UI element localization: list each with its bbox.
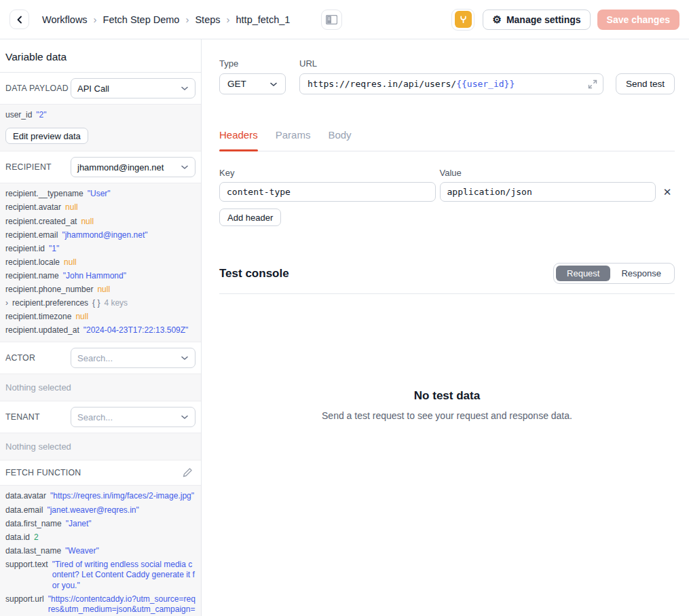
console-divider: [219, 293, 675, 294]
kv-value: "https://contentcaddy.io?utm_source=reqr…: [48, 594, 195, 616]
kv-value: 2: [34, 532, 195, 543]
http-method-value: GET: [227, 79, 246, 89]
kv-row: recipient.phone_number null: [0, 283, 201, 297]
kv-row: recipient.email "jhammond@ingen.net": [0, 228, 201, 242]
kv-row: recipient.created_at null: [0, 215, 201, 228]
breadcrumb-separator: ›: [227, 14, 230, 25]
recipient-selected-value: jhammond@ingen.net: [77, 162, 164, 173]
tab-params[interactable]: Params: [276, 129, 311, 151]
url-label: URL: [299, 58, 603, 69]
chevron-down-icon: [181, 86, 189, 91]
kv-row: data.last_name "Weaver": [0, 545, 201, 558]
chevron-down-icon: [181, 164, 189, 170]
url-variable-token: {{user_id}}: [456, 79, 515, 89]
test-console-header: Test console Request Response: [219, 263, 675, 284]
kv-row: recipient.name "John Hammond": [0, 270, 201, 283]
kv-row: data.id 2: [0, 530, 201, 544]
kv-key: data.id: [5, 532, 30, 543]
breadcrumb: Workflows › Fetch Step Demo › Steps › ht…: [42, 14, 290, 25]
tenant-label: TENANT: [5, 412, 40, 422]
tenant-search-select[interactable]: Search...: [71, 407, 195, 427]
empty-state-title: No test data: [219, 389, 675, 403]
http-method-select[interactable]: GET: [219, 73, 286, 94]
expand-icon[interactable]: [588, 79, 597, 89]
publish-status-button[interactable]: [451, 9, 474, 31]
kv-value: "2024-04-23T17:22:13.509Z": [83, 325, 195, 336]
kv-row: recipient.updated_at "2024-04-23T17:22:1…: [0, 324, 201, 338]
tab-body[interactable]: Body: [328, 129, 351, 151]
kv-key: recipient.avatar: [5, 202, 61, 213]
save-changes-button[interactable]: Save changes: [597, 10, 679, 30]
key-column-label: Key: [219, 168, 436, 178]
manage-settings-button[interactable]: ⚙ Manage settings: [483, 10, 590, 30]
chevron-left-icon: [15, 15, 24, 24]
remove-header-button[interactable]: ✕: [660, 185, 675, 198]
top-bar: Workflows › Fetch Step Demo › Steps › ht…: [0, 0, 689, 39]
url-input[interactable]: https://reqres.in/api/users/{{user_id}}: [299, 73, 603, 94]
kv-key: recipient.created_at: [5, 217, 77, 228]
fetch-function-section-header: FETCH FUNCTION: [0, 460, 201, 485]
recipient-select[interactable]: jhammond@ingen.net: [71, 157, 195, 177]
kv-key: support.url: [5, 594, 44, 616]
url-text: https://reqres.in/api/users/: [308, 79, 456, 89]
kv-key: recipient.locale: [5, 257, 60, 268]
kv-key: recipient.phone_number: [5, 285, 93, 295]
tenant-section-header: TENANT Search...: [0, 401, 201, 433]
header-key-input[interactable]: [219, 182, 436, 202]
value-column-label: Value: [440, 168, 656, 178]
actor-search-select[interactable]: Search...: [71, 348, 195, 368]
tab-headers[interactable]: Headers: [219, 129, 258, 151]
actor-section-header: ACTOR Search...: [0, 342, 201, 374]
actor-search-placeholder: Search...: [77, 353, 113, 363]
data-payload-select[interactable]: API Call: [71, 78, 195, 98]
sidebar-layout-icon: [326, 15, 337, 24]
request-config-row: Type GET URL https://reqres.in/api/users…: [219, 58, 675, 94]
recipient-label: RECIPIENT: [5, 162, 52, 172]
data-payload-label: DATA PAYLOAD: [5, 84, 69, 93]
toggle-response[interactable]: Response: [610, 266, 672, 281]
kv-key: data.email: [5, 505, 43, 516]
x-icon: ✕: [663, 186, 672, 198]
edit-fetch-function-button[interactable]: [179, 466, 195, 479]
kv-key: data.last_name: [5, 546, 61, 557]
variable-data-sidebar: Variable data DATA PAYLOAD API Call user…: [0, 39, 202, 616]
empty-state-subtitle: Send a test request to see your request …: [219, 410, 675, 421]
kv-key: data.avatar: [5, 491, 46, 502]
header-value-input[interactable]: [440, 182, 656, 202]
fetch-function-data-band: data.avatar "https://reqres.in/img/faces…: [0, 485, 201, 616]
data-payload-preview-band: user_id "2" Edit preview data: [0, 104, 201, 151]
add-header-button[interactable]: Add header: [219, 209, 281, 226]
kv-value: "jhammond@ingen.net": [62, 230, 195, 241]
breadcrumb-item-steps[interactable]: Steps: [195, 14, 220, 25]
chevron-down-icon: [181, 355, 189, 361]
breadcrumb-item-workflow-name[interactable]: Fetch Step Demo: [103, 14, 180, 25]
kv-key: recipient.preferences: [12, 298, 88, 309]
back-button[interactable]: [10, 10, 29, 29]
kv-key: recipient.id: [5, 244, 45, 255]
breadcrumb-item-step-name[interactable]: http_fetch_1: [236, 14, 291, 25]
data-payload-selected-value: API Call: [77, 84, 109, 94]
sidebar-toggle-button[interactable]: [321, 10, 342, 30]
kv-value: "1": [49, 244, 195, 255]
content-area: Variable data DATA PAYLOAD API Call user…: [0, 39, 689, 616]
kv-value: null: [75, 312, 195, 323]
kv-key: data.first_name: [5, 519, 62, 530]
tenant-empty-state: Nothing selected: [0, 433, 201, 460]
send-test-button[interactable]: Send test: [616, 73, 675, 94]
breadcrumb-item-workflows[interactable]: Workflows: [42, 14, 88, 25]
edit-preview-data-button[interactable]: Edit preview data: [5, 128, 88, 144]
recipient-section-header: RECIPIENT jhammond@ingen.net: [0, 151, 201, 183]
kv-value: null: [81, 217, 195, 228]
expand-chevron-icon[interactable]: ›: [5, 298, 8, 309]
kv-value: "Tired of writing endless social media c…: [52, 560, 195, 592]
kv-row: recipient.avatar null: [0, 201, 201, 215]
kv-row: recipient.timezone null: [0, 310, 201, 324]
toggle-request[interactable]: Request: [556, 266, 610, 281]
gear-icon: ⚙: [492, 14, 501, 24]
headers-editor: Key Value ✕: [219, 168, 675, 202]
breadcrumb-separator: ›: [94, 14, 97, 25]
kv-key: recipient.__typename: [5, 189, 83, 200]
kv-value: "John Hammond": [63, 271, 195, 282]
chevron-down-icon: [269, 81, 278, 87]
request-response-toggle: Request Response: [553, 263, 675, 284]
